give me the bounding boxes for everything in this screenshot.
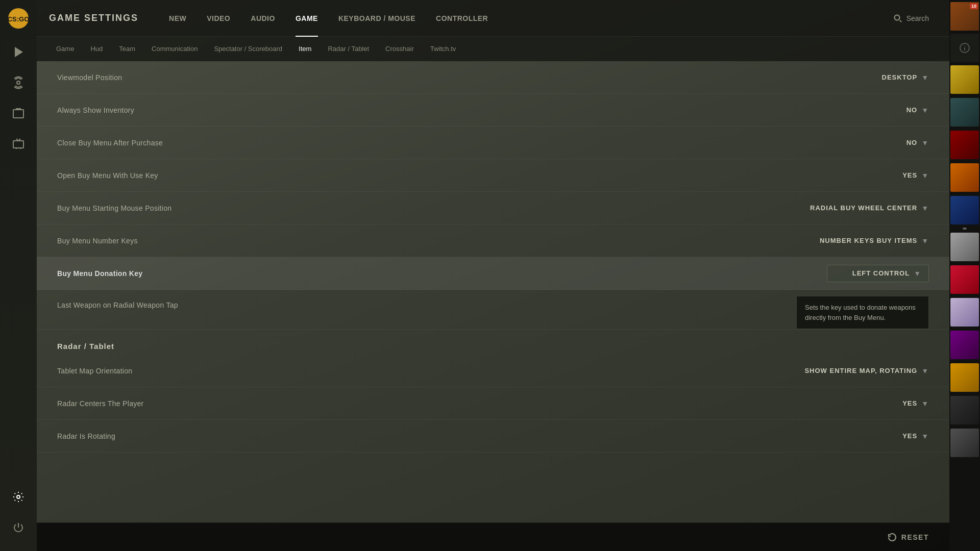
cs-logo: CS:GO (0, 0, 37, 37)
setting-value-buy-menu-number-keys[interactable]: NUMBER KEYS BUY ITEMS ▼ (820, 237, 929, 245)
dropdown-arrow-buy-menu-mouse: ▼ (921, 204, 929, 212)
user-avatar-11[interactable] (950, 363, 979, 392)
subnav-crosshair[interactable]: Crosshair (378, 37, 421, 61)
setting-value-donation-key[interactable]: LEFT CONTROL ▼ (827, 265, 929, 282)
dropdown-arrow-open-buy-menu: ▼ (921, 171, 929, 180)
dropdown-arrow-viewmodel: ▼ (921, 73, 929, 82)
left-sidebar: CS:GO (0, 0, 37, 551)
sidebar-power-icon[interactable] (0, 512, 37, 543)
page-title: GAME SETTINGS (49, 13, 138, 23)
search-area[interactable]: Search (885, 14, 937, 23)
nav-item-game[interactable]: Game (285, 0, 328, 37)
setting-label-open-buy-menu: Open Buy Menu With Use Key (57, 171, 827, 180)
sidebar-play-button[interactable] (0, 37, 37, 67)
setting-row-buy-menu-number-keys: Buy Menu Number Keys NUMBER KEYS BUY ITE… (37, 224, 949, 257)
svg-marker-2 (15, 47, 23, 57)
user-avatar-7[interactable] (950, 233, 979, 261)
setting-value-tablet-map[interactable]: SHOW ENTIRE MAP, ROTATING ▼ (804, 367, 929, 375)
avatar-level-badge: 10 (970, 3, 978, 9)
setting-row-radar-centers: Radar Centers The Player YES ▼ (37, 387, 949, 420)
setting-value-inventory[interactable]: NO ▼ (827, 106, 929, 114)
setting-value-viewmodel[interactable]: DESKTOP ▼ (827, 73, 929, 82)
reset-label: RESET (901, 533, 929, 541)
dropdown-arrow-tablet-map: ▼ (921, 367, 929, 375)
radar-section-header: Radar / Tablet (37, 330, 949, 355)
subnav-communication[interactable]: Communication (144, 37, 205, 61)
nav-item-controller[interactable]: Controller (426, 0, 498, 37)
nav-item-keyboard-mouse[interactable]: Keyboard / Mouse (328, 0, 426, 37)
setting-label-buy-menu-mouse: Buy Menu Starting Mouse Position (57, 204, 810, 212)
setting-row-viewmodel-position: Viewmodel Position DESKTOP ▼ (37, 61, 949, 94)
user-avatar-4[interactable] (950, 131, 979, 159)
main-area: GAME SETTINGS New Video Audio Game Keybo… (37, 0, 949, 551)
setting-row-always-show-inventory: Always Show Inventory NO ▼ (37, 94, 949, 127)
user-avatar-1[interactable]: 10 (950, 2, 979, 31)
setting-value-radar-rotating[interactable]: YES ▼ (827, 432, 929, 440)
scroll-divider (963, 228, 967, 230)
sub-nav: Game Hud Team Communication Spectator / … (37, 37, 949, 61)
nav-item-new[interactable]: New (159, 0, 197, 37)
subnav-hud[interactable]: Hud (83, 37, 110, 61)
subnav-spectator-scoreboard[interactable]: Spectator / Scoreboard (207, 37, 289, 61)
setting-label-radar-rotating: Radar Is Rotating (57, 432, 827, 440)
subnav-game[interactable]: Game (49, 37, 81, 61)
svg-point-7 (894, 15, 899, 20)
settings-content: Viewmodel Position DESKTOP ▼ Always Show… (37, 61, 949, 522)
setting-label-radar-centers: Radar Centers The Player (57, 399, 827, 408)
setting-row-donation-key: Buy Menu Donation Key LEFT CONTROL ▼ (37, 257, 949, 290)
search-icon (893, 14, 902, 23)
subnav-team[interactable]: Team (112, 37, 142, 61)
user-avatar-8[interactable] (950, 265, 979, 294)
dropdown-arrow-close-buy-menu: ▼ (921, 139, 929, 147)
setting-row-tablet-map: Tablet Map Orientation SHOW ENTIRE MAP, … (37, 355, 949, 387)
tooltip-text: Sets the key used to donate weapons dire… (805, 304, 916, 321)
nav-item-video[interactable]: Video (197, 0, 240, 37)
user-avatar-2[interactable] (950, 65, 979, 94)
reset-button[interactable]: RESET (887, 532, 929, 542)
setting-label-viewmodel: Viewmodel Position (57, 73, 827, 82)
svg-rect-5 (13, 141, 23, 148)
setting-value-open-buy-menu[interactable]: YES ▼ (827, 171, 929, 180)
setting-row-last-weapon: Last Weapon on Radial Weapon Tap Sets th… (37, 290, 949, 330)
sidebar-broadcast-icon[interactable] (0, 67, 37, 98)
user-avatar-5[interactable] (950, 163, 979, 192)
svg-text:CS:GO: CS:GO (8, 15, 30, 23)
subnav-twitch-tv[interactable]: Twitch.tv (423, 37, 463, 61)
info-icon (959, 42, 970, 54)
svg-point-6 (17, 495, 20, 498)
subnav-radar-tablet[interactable]: Radar / Tablet (321, 37, 376, 61)
user-avatar-6[interactable] (950, 196, 979, 224)
right-panel-icon-info[interactable] (950, 34, 979, 62)
user-avatar-13[interactable] (950, 429, 979, 457)
dropdown-arrow-radar-centers: ▼ (921, 399, 929, 408)
dropdown-arrow-radar-rotating: ▼ (921, 432, 929, 440)
setting-label-buy-menu-number-keys: Buy Menu Number Keys (57, 237, 820, 245)
setting-label-close-buy-menu: Close Buy Menu After Purchase (57, 139, 827, 147)
sidebar-settings-icon[interactable] (0, 482, 37, 512)
nav-item-audio[interactable]: Audio (240, 0, 285, 37)
setting-label-donation-key: Buy Menu Donation Key (57, 269, 827, 278)
svg-rect-4 (13, 110, 23, 118)
setting-value-buy-menu-mouse[interactable]: RADIAL BUY WHEEL CENTER ▼ (810, 204, 929, 212)
user-avatar-10[interactable] (950, 331, 979, 359)
bottom-bar: RESET (37, 522, 949, 551)
setting-value-close-buy-menu[interactable]: NO ▼ (827, 139, 929, 147)
setting-value-radar-centers[interactable]: YES ▼ (827, 399, 929, 408)
user-avatar-9[interactable] (950, 298, 979, 327)
top-nav: GAME SETTINGS New Video Audio Game Keybo… (37, 0, 949, 37)
svg-point-3 (17, 81, 20, 84)
setting-row-radar-rotating: Radar Is Rotating YES ▼ (37, 420, 949, 453)
sidebar-tv-icon[interactable] (0, 129, 37, 159)
dropdown-arrow-donation-key: ▼ (914, 269, 921, 278)
setting-row-open-buy-menu: Open Buy Menu With Use Key YES ▼ (37, 159, 949, 192)
setting-label-inventory: Always Show Inventory (57, 106, 827, 114)
sidebar-inventory-icon[interactable] (0, 98, 37, 129)
setting-row-close-buy-menu: Close Buy Menu After Purchase NO ▼ (37, 127, 949, 159)
reset-icon (887, 532, 897, 542)
user-avatar-3[interactable] (950, 98, 979, 127)
setting-label-last-weapon: Last Weapon on Radial Weapon Tap (57, 296, 796, 309)
subnav-item[interactable]: Item (291, 37, 318, 61)
user-avatar-12[interactable] (950, 396, 979, 424)
nav-items: New Video Audio Game Keyboard / Mouse Co… (159, 0, 885, 37)
tooltip-box: Sets the key used to donate weapons dire… (796, 296, 929, 329)
